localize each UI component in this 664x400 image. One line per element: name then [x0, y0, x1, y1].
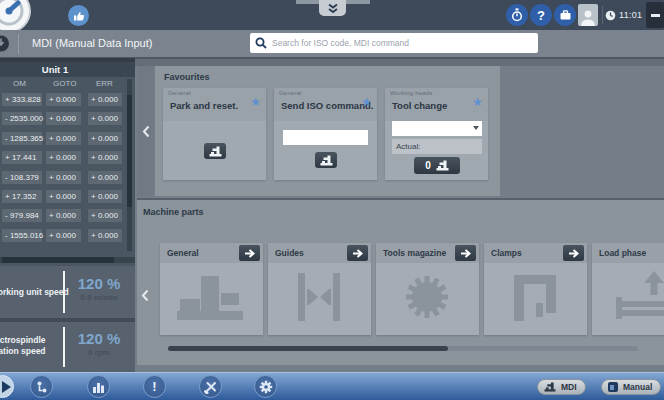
- machine-part-card-clamps[interactable]: Clamps: [484, 243, 587, 335]
- om-value: - 979.984: [2, 209, 42, 222]
- om-value: + 17.352: [2, 190, 42, 203]
- card-title: Park and reset.: [170, 100, 238, 111]
- chevron-double-down-icon: [327, 3, 339, 14]
- star-icon[interactable]: ★: [361, 95, 372, 109]
- goto-value: + 0.000: [46, 190, 81, 203]
- minimize-button[interactable]: [646, 2, 664, 28]
- star-icon[interactable]: ★: [472, 95, 483, 109]
- card-label: Clamps: [491, 248, 522, 258]
- flowchart-icon: [35, 380, 49, 394]
- actual-tool-field: Actual:: [392, 139, 482, 154]
- machine-part-card-tools-magazine[interactable]: Tools magazine: [376, 243, 479, 335]
- card-category: General: [279, 90, 302, 96]
- chevron-left-icon: [141, 289, 149, 302]
- topbar-divider: [602, 6, 603, 24]
- working-unit-speed-label: Working unit speed: [0, 287, 69, 298]
- play-button[interactable]: [0, 375, 14, 398]
- help-icon[interactable]: ?: [530, 4, 552, 26]
- person-icon: [580, 9, 596, 26]
- goto-value: + 0.000: [46, 93, 81, 106]
- err-value: + 0.000: [88, 93, 122, 106]
- table-row: - 108.379 + 0.000 + 0.000: [0, 171, 135, 184]
- thumb-up-icon[interactable]: [68, 5, 89, 26]
- goto-value: + 0.000: [46, 171, 81, 184]
- machine-icon: [209, 146, 222, 157]
- working-unit-speed-percent: 120 %: [66, 275, 132, 292]
- machine-icon: [544, 382, 556, 392]
- electrospindle-label-line1: Electrospindle: [0, 335, 46, 346]
- maintenance-button[interactable]: [199, 375, 222, 398]
- column-header-goto: GOTO: [53, 79, 76, 88]
- om-value: - 1285.365: [2, 132, 42, 145]
- page-title: MDI (Manual Data Input): [32, 37, 152, 49]
- tool-select[interactable]: [392, 121, 482, 136]
- electrospindle-label-line2: rotation speed: [0, 346, 46, 357]
- tool-change-button[interactable]: 0: [414, 157, 460, 174]
- play-icon: [1, 381, 11, 393]
- favourite-card-send-iso-command: General Send ISO command. ★: [274, 88, 377, 180]
- mode-label: Manual: [623, 382, 652, 392]
- pulldown-handle[interactable]: [319, 0, 346, 16]
- stopwatch-icon[interactable]: [506, 4, 528, 26]
- statistics-button[interactable]: [87, 375, 110, 398]
- general-machine-icon: [176, 269, 246, 325]
- err-value: + 0.000: [88, 112, 122, 125]
- axis-table: + 333.828 + 0.000 + 0.000 - 2535.000 + 0…: [0, 93, 135, 248]
- open-button[interactable]: [239, 245, 260, 261]
- iso-command-input[interactable]: [283, 130, 368, 145]
- table-row: - 1555.016 + 0.000 + 0.000: [0, 229, 135, 242]
- goto-value: + 0.000: [46, 112, 81, 125]
- scrollbar-thumb[interactable]: [2, 257, 114, 263]
- help-glyph: ?: [537, 8, 545, 23]
- bar-chart-icon: [92, 381, 105, 393]
- scrollbar-thumb[interactable]: [168, 346, 448, 351]
- manual-mode-button[interactable]: Manual: [601, 379, 661, 395]
- machine-parts-collapse-button[interactable]: [141, 289, 149, 302]
- tools-magazine-icon: [392, 269, 462, 325]
- machine-parts-title: Machine parts: [143, 207, 204, 217]
- err-value: + 0.000: [88, 209, 122, 222]
- search-input[interactable]: [270, 34, 538, 52]
- machine-part-card-general[interactable]: General: [160, 243, 263, 335]
- card-label: Load phase: [599, 248, 646, 258]
- search-box[interactable]: [250, 33, 538, 53]
- side-panel-icon[interactable]: [0, 35, 9, 52]
- load-phase-icon: [608, 269, 664, 325]
- table-row: - 1285.365 + 0.000 + 0.000: [0, 132, 135, 145]
- favourites-section: Favourites General Park and reset. ★ Gen…: [155, 66, 500, 196]
- horizontal-scrollbar[interactable]: [0, 257, 135, 263]
- star-icon[interactable]: ★: [250, 95, 261, 109]
- machine-part-card-guides[interactable]: Guides: [268, 243, 371, 335]
- om-value: + 17.441: [2, 151, 42, 164]
- open-button[interactable]: [347, 245, 368, 261]
- goto-value: + 0.000: [46, 209, 81, 222]
- chevron-down-icon: [473, 126, 479, 130]
- goto-value: + 0.000: [46, 151, 81, 164]
- err-value: + 0.000: [88, 171, 122, 184]
- program-structure-button[interactable]: [30, 375, 53, 398]
- open-button[interactable]: [455, 245, 476, 261]
- favourites-collapse-strip[interactable]: [137, 66, 154, 196]
- arrow-right-icon: [244, 249, 255, 258]
- table-row: + 17.352 + 0.000 + 0.000: [0, 190, 135, 203]
- goto-value: + 0.000: [46, 229, 81, 242]
- working-unit-speed-row: Working unit speed 120 % 0.0 m/min: [0, 266, 135, 318]
- execute-button[interactable]: [315, 152, 337, 168]
- machine-part-card-load-phase[interactable]: Load phase: [592, 243, 664, 335]
- alerts-button[interactable]: !: [143, 375, 166, 398]
- settings-button[interactable]: [254, 375, 277, 398]
- execute-button[interactable]: [204, 143, 226, 159]
- scrollbar-thumb[interactable]: [127, 95, 132, 207]
- err-value: + 0.000: [88, 151, 122, 164]
- mdi-mode-button[interactable]: MDI: [537, 379, 586, 395]
- briefcase-icon[interactable]: [554, 4, 576, 26]
- vertical-scrollbar[interactable]: [127, 79, 132, 251]
- machine-parts-scrollbar[interactable]: [168, 346, 638, 351]
- top-bar: ? 11:01: [0, 0, 664, 30]
- section-top-band: [135, 59, 664, 66]
- open-button[interactable]: [563, 245, 584, 261]
- clock-icon: [605, 10, 616, 21]
- card-title: Tool change: [392, 100, 447, 111]
- err-value: + 0.000: [88, 229, 122, 242]
- user-avatar[interactable]: [578, 4, 598, 26]
